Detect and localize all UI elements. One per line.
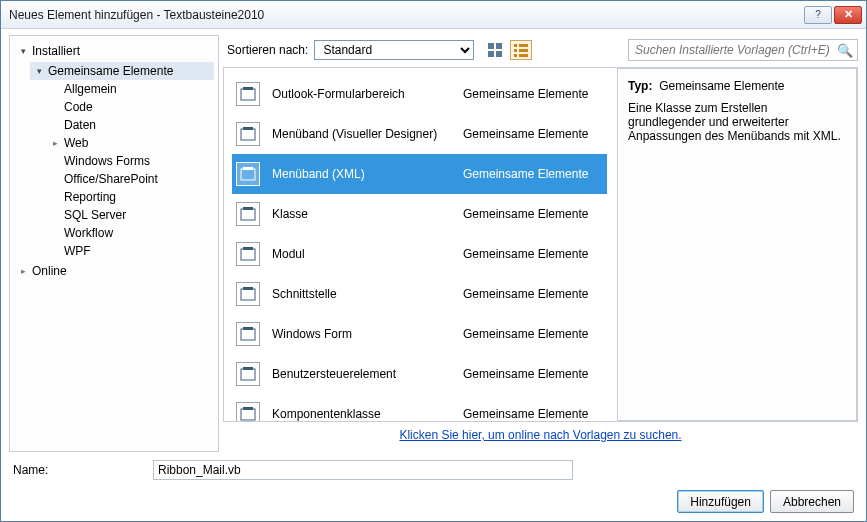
svg-rect-0 [488, 43, 494, 49]
tree-child-daten[interactable]: Daten [46, 116, 214, 134]
template-name: Menüband (Visueller Designer) [272, 127, 451, 141]
grid-icon [488, 43, 502, 57]
template-row[interactable]: Windows FormGemeinsame Elemente [232, 314, 607, 354]
chevron-down-icon [18, 46, 28, 56]
titlebar: Neues Element hinzufügen - Textbausteine… [1, 1, 866, 29]
chevron-right-icon [18, 266, 28, 276]
tree-child-office[interactable]: Office/SharePoint [46, 170, 214, 188]
sidebar: Installiert Gemeinsame Elemente Allgemei… [9, 35, 219, 452]
svg-rect-3 [496, 51, 502, 57]
tree-online[interactable]: Online [14, 262, 214, 280]
template-row[interactable]: SchnittstelleGemeinsame Elemente [232, 274, 607, 314]
type-value: Gemeinsame Elemente [659, 79, 784, 93]
sort-label: Sortieren nach: [227, 43, 308, 57]
template-group: Gemeinsame Elemente [463, 367, 603, 381]
svg-rect-22 [241, 329, 255, 340]
template-icon [236, 82, 260, 106]
template-list[interactable]: Outlook-FormularbereichGemeinsame Elemen… [224, 68, 617, 421]
template-group: Gemeinsame Elemente [463, 127, 603, 141]
template-row[interactable]: Menüband (XML)Gemeinsame Elemente [232, 154, 607, 194]
svg-rect-18 [241, 249, 255, 260]
template-group: Gemeinsame Elemente [463, 407, 603, 421]
view-medium-icons-button[interactable] [484, 40, 506, 60]
center-panel: Sortieren nach: Standard � [223, 35, 858, 452]
tree-installed[interactable]: Installiert [14, 42, 214, 60]
svg-rect-14 [241, 169, 255, 180]
svg-rect-27 [243, 407, 253, 410]
template-name: Windows Form [272, 327, 451, 341]
template-row[interactable]: Menüband (Visueller Designer)Gemeinsame … [232, 114, 607, 154]
svg-rect-19 [243, 247, 253, 250]
tree-label: Installiert [32, 44, 80, 58]
view-details-button[interactable] [510, 40, 532, 60]
svg-rect-2 [488, 51, 494, 57]
search-box[interactable]: 🔍 [628, 39, 858, 61]
template-icon [236, 362, 260, 386]
svg-rect-13 [243, 127, 253, 130]
help-button[interactable]: ? [804, 6, 832, 24]
template-icon [236, 322, 260, 346]
svg-rect-25 [243, 367, 253, 370]
close-button[interactable]: ✕ [834, 6, 862, 24]
svg-rect-21 [243, 287, 253, 290]
template-icon [236, 402, 260, 421]
window-title: Neues Element hinzufügen - Textbausteine… [9, 8, 802, 22]
tree-child-wpf[interactable]: WPF [46, 242, 214, 260]
tree-child-allgemein[interactable]: Allgemein [46, 80, 214, 98]
tree-child-winforms[interactable]: Windows Forms [46, 152, 214, 170]
svg-rect-11 [243, 87, 253, 90]
details-panel: Typ: Gemeinsame Elemente Eine Klasse zum… [617, 68, 857, 421]
template-name: Schnittstelle [272, 287, 451, 301]
tree-child-workflow[interactable]: Workflow [46, 224, 214, 242]
template-name: Klasse [272, 207, 451, 221]
svg-rect-26 [241, 409, 255, 420]
tree-label: Gemeinsame Elemente [48, 64, 173, 78]
tree-label: Windows Forms [64, 154, 150, 168]
svg-rect-12 [241, 129, 255, 140]
template-row[interactable]: KomponentenklasseGemeinsame Elemente [232, 394, 607, 421]
tree-label: Allgemein [64, 82, 117, 96]
svg-rect-7 [519, 49, 528, 52]
sort-dropdown[interactable]: Standard [314, 40, 474, 60]
tree-label: Code [64, 100, 93, 114]
type-label: Typ: [628, 79, 652, 93]
svg-rect-5 [519, 44, 528, 47]
template-row[interactable]: KlasseGemeinsame Elemente [232, 194, 607, 234]
tree-label: Office/SharePoint [64, 172, 158, 186]
template-group: Gemeinsame Elemente [463, 287, 603, 301]
list-icon [514, 43, 528, 57]
svg-rect-24 [241, 369, 255, 380]
search-input[interactable] [633, 42, 837, 58]
type-description: Eine Klasse zum Erstellen grundlegender … [628, 101, 846, 143]
tree-label: Web [64, 136, 88, 150]
tree-child-web[interactable]: Web [46, 134, 214, 152]
template-group: Gemeinsame Elemente [463, 327, 603, 341]
tree-child-sql[interactable]: SQL Server [46, 206, 214, 224]
template-group: Gemeinsame Elemente [463, 167, 603, 181]
search-online-link[interactable]: Klicken Sie hier, um online nach Vorlage… [399, 428, 681, 442]
name-input[interactable] [153, 460, 573, 480]
name-label: Name: [13, 463, 143, 477]
toolbar: Sortieren nach: Standard � [223, 35, 858, 67]
chevron-right-icon [50, 138, 60, 148]
dialog-window: Neues Element hinzufügen - Textbausteine… [0, 0, 867, 522]
template-row[interactable]: BenutzersteuerelementGemeinsame Elemente [232, 354, 607, 394]
template-name: Modul [272, 247, 451, 261]
tree-child-reporting[interactable]: Reporting [46, 188, 214, 206]
cancel-button[interactable]: Abbrechen [770, 490, 854, 513]
svg-rect-10 [241, 89, 255, 100]
template-icon [236, 242, 260, 266]
tree-child-code[interactable]: Code [46, 98, 214, 116]
tree-label: Online [32, 264, 67, 278]
svg-rect-4 [514, 44, 517, 47]
svg-rect-20 [241, 289, 255, 300]
template-row[interactable]: ModulGemeinsame Elemente [232, 234, 607, 274]
add-button[interactable]: Hinzufügen [677, 490, 764, 513]
svg-rect-16 [241, 209, 255, 220]
tree-label: Daten [64, 118, 96, 132]
template-name: Komponentenklasse [272, 407, 451, 421]
template-row[interactable]: Outlook-FormularbereichGemeinsame Elemen… [232, 74, 607, 114]
svg-rect-6 [514, 49, 517, 52]
tree-shared-elements[interactable]: Gemeinsame Elemente [30, 62, 214, 80]
template-name: Benutzersteuerelement [272, 367, 451, 381]
